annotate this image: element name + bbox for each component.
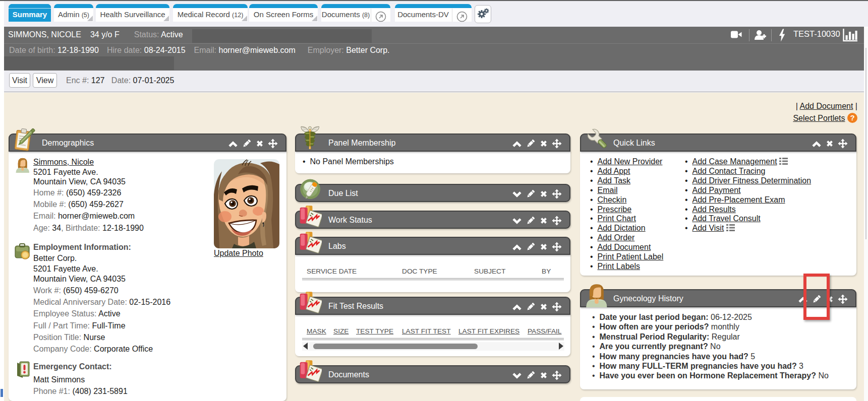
svg-text:?: ? xyxy=(850,113,854,122)
